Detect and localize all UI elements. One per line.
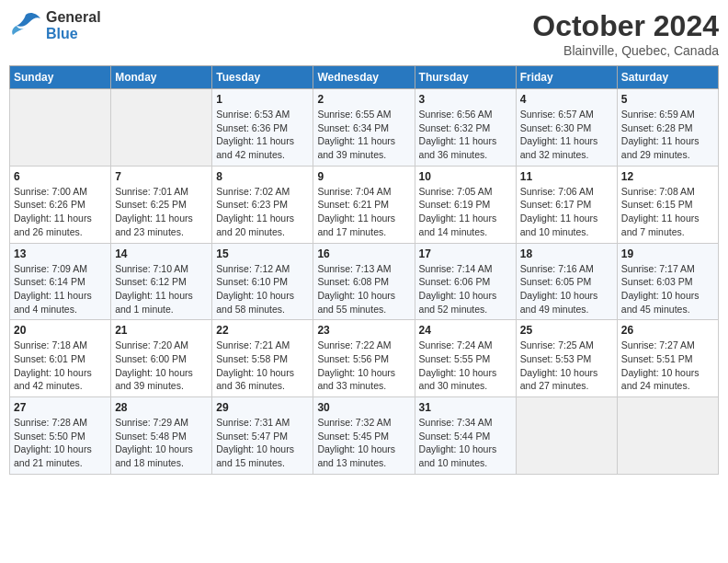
calendar-title-area: October 2024 Blainville, Quebec, Canada [532, 9, 719, 58]
calendar-cell: 7Sunrise: 7:01 AMSunset: 6:25 PMDaylight… [111, 166, 212, 243]
calendar-cell: 26Sunrise: 7:27 AMSunset: 5:51 PMDayligh… [617, 320, 718, 397]
calendar-cell: 5Sunrise: 6:59 AMSunset: 6:28 PMDaylight… [617, 89, 718, 167]
calendar-cell: 24Sunrise: 7:24 AMSunset: 5:55 PMDayligh… [415, 320, 516, 397]
day-number: 14 [115, 247, 208, 260]
calendar-cell: 6Sunrise: 7:00 AMSunset: 6:26 PMDaylight… [10, 166, 111, 243]
day-number: 25 [520, 324, 613, 337]
calendar-cell: 25Sunrise: 7:25 AMSunset: 5:53 PMDayligh… [516, 320, 617, 397]
weekday-header-thursday: Thursday [415, 66, 516, 89]
calendar-cell: 4Sunrise: 6:57 AMSunset: 6:30 PMDaylight… [516, 89, 617, 167]
day-info: Sunrise: 7:10 AMSunset: 6:12 PMDaylight:… [115, 262, 208, 316]
day-info: Sunrise: 7:18 AMSunset: 6:01 PMDaylight:… [14, 339, 107, 393]
day-number: 21 [115, 324, 208, 337]
calendar-cell: 16Sunrise: 7:13 AMSunset: 6:08 PMDayligh… [313, 243, 415, 320]
day-number: 3 [419, 93, 512, 106]
day-info: Sunrise: 7:28 AMSunset: 5:50 PMDaylight:… [14, 416, 107, 470]
weekday-header-friday: Friday [516, 66, 617, 89]
weekday-header-sunday: Sunday [10, 66, 111, 89]
day-info: Sunrise: 7:06 AMSunset: 6:17 PMDaylight:… [520, 185, 613, 239]
day-info: Sunrise: 7:01 AMSunset: 6:25 PMDaylight:… [115, 185, 208, 239]
location-subtitle: Blainville, Quebec, Canada [532, 43, 719, 58]
calendar-cell: 17Sunrise: 7:14 AMSunset: 6:06 PMDayligh… [415, 243, 516, 320]
day-info: Sunrise: 7:00 AMSunset: 6:26 PMDaylight:… [14, 185, 107, 239]
calendar-cell: 14Sunrise: 7:10 AMSunset: 6:12 PMDayligh… [111, 243, 212, 320]
day-number: 9 [317, 170, 410, 183]
day-number: 10 [419, 170, 512, 183]
calendar-cell: 20Sunrise: 7:18 AMSunset: 6:01 PMDayligh… [10, 320, 111, 397]
day-number: 4 [520, 93, 613, 106]
weekday-header-wednesday: Wednesday [313, 66, 415, 89]
weekday-header-tuesday: Tuesday [212, 66, 313, 89]
calendar-cell [516, 397, 617, 475]
day-info: Sunrise: 7:27 AMSunset: 5:51 PMDaylight:… [621, 339, 714, 393]
day-number: 12 [621, 170, 714, 183]
day-info: Sunrise: 7:17 AMSunset: 6:03 PMDaylight:… [621, 262, 714, 316]
calendar-week-row: 27Sunrise: 7:28 AMSunset: 5:50 PMDayligh… [10, 397, 719, 475]
day-number: 2 [317, 93, 410, 106]
day-info: Sunrise: 6:55 AMSunset: 6:34 PMDaylight:… [317, 108, 410, 162]
logo: General Blue [9, 9, 101, 42]
weekday-header-saturday: Saturday [617, 66, 718, 89]
calendar-cell: 22Sunrise: 7:21 AMSunset: 5:58 PMDayligh… [212, 320, 313, 397]
day-info: Sunrise: 7:29 AMSunset: 5:48 PMDaylight:… [115, 416, 208, 470]
calendar-week-row: 13Sunrise: 7:09 AMSunset: 6:14 PMDayligh… [10, 243, 719, 320]
day-number: 24 [419, 324, 512, 337]
logo-icon [9, 11, 42, 40]
day-info: Sunrise: 6:56 AMSunset: 6:32 PMDaylight:… [419, 108, 512, 162]
logo-text: General Blue [46, 9, 101, 42]
day-number: 17 [419, 247, 512, 260]
calendar-week-row: 20Sunrise: 7:18 AMSunset: 6:01 PMDayligh… [10, 320, 719, 397]
calendar-cell: 10Sunrise: 7:05 AMSunset: 6:19 PMDayligh… [415, 166, 516, 243]
day-info: Sunrise: 7:04 AMSunset: 6:21 PMDaylight:… [317, 185, 410, 239]
day-info: Sunrise: 7:13 AMSunset: 6:08 PMDaylight:… [317, 262, 410, 316]
day-info: Sunrise: 7:31 AMSunset: 5:47 PMDaylight:… [216, 416, 309, 470]
calendar-cell: 31Sunrise: 7:34 AMSunset: 5:44 PMDayligh… [415, 397, 516, 475]
calendar-cell: 28Sunrise: 7:29 AMSunset: 5:48 PMDayligh… [111, 397, 212, 475]
day-number: 27 [14, 401, 107, 414]
day-info: Sunrise: 7:21 AMSunset: 5:58 PMDaylight:… [216, 339, 309, 393]
calendar-cell: 9Sunrise: 7:04 AMSunset: 6:21 PMDaylight… [313, 166, 415, 243]
day-number: 31 [419, 401, 512, 414]
day-number: 20 [14, 324, 107, 337]
day-number: 28 [115, 401, 208, 414]
calendar-week-row: 6Sunrise: 7:00 AMSunset: 6:26 PMDaylight… [10, 166, 719, 243]
calendar-cell: 13Sunrise: 7:09 AMSunset: 6:14 PMDayligh… [10, 243, 111, 320]
calendar-cell: 19Sunrise: 7:17 AMSunset: 6:03 PMDayligh… [617, 243, 718, 320]
day-number: 22 [216, 324, 309, 337]
calendar-cell [111, 89, 212, 167]
day-number: 6 [14, 170, 107, 183]
weekday-header-row: SundayMondayTuesdayWednesdayThursdayFrid… [10, 66, 719, 89]
day-info: Sunrise: 6:57 AMSunset: 6:30 PMDaylight:… [520, 108, 613, 162]
calendar-cell: 8Sunrise: 7:02 AMSunset: 6:23 PMDaylight… [212, 166, 313, 243]
day-number: 26 [621, 324, 714, 337]
calendar-week-row: 1Sunrise: 6:53 AMSunset: 6:36 PMDaylight… [10, 89, 719, 167]
month-title: October 2024 [532, 9, 719, 43]
day-info: Sunrise: 7:09 AMSunset: 6:14 PMDaylight:… [14, 262, 107, 316]
day-info: Sunrise: 7:12 AMSunset: 6:10 PMDaylight:… [216, 262, 309, 316]
calendar-cell: 18Sunrise: 7:16 AMSunset: 6:05 PMDayligh… [516, 243, 617, 320]
day-info: Sunrise: 7:08 AMSunset: 6:15 PMDaylight:… [621, 185, 714, 239]
calendar-cell: 1Sunrise: 6:53 AMSunset: 6:36 PMDaylight… [212, 89, 313, 167]
day-number: 8 [216, 170, 309, 183]
day-info: Sunrise: 7:02 AMSunset: 6:23 PMDaylight:… [216, 185, 309, 239]
day-number: 13 [14, 247, 107, 260]
calendar-cell: 30Sunrise: 7:32 AMSunset: 5:45 PMDayligh… [313, 397, 415, 475]
day-number: 15 [216, 247, 309, 260]
calendar-cell: 27Sunrise: 7:28 AMSunset: 5:50 PMDayligh… [10, 397, 111, 475]
day-info: Sunrise: 7:14 AMSunset: 6:06 PMDaylight:… [419, 262, 512, 316]
day-number: 23 [317, 324, 410, 337]
weekday-header-monday: Monday [111, 66, 212, 89]
page-header: General Blue October 2024 Blainville, Qu… [9, 9, 719, 58]
calendar-cell: 23Sunrise: 7:22 AMSunset: 5:56 PMDayligh… [313, 320, 415, 397]
calendar-cell [10, 89, 111, 167]
day-number: 18 [520, 247, 613, 260]
day-number: 5 [621, 93, 714, 106]
day-number: 1 [216, 93, 309, 106]
calendar-cell: 12Sunrise: 7:08 AMSunset: 6:15 PMDayligh… [617, 166, 718, 243]
day-number: 29 [216, 401, 309, 414]
day-number: 30 [317, 401, 410, 414]
calendar-cell: 21Sunrise: 7:20 AMSunset: 6:00 PMDayligh… [111, 320, 212, 397]
day-number: 11 [520, 170, 613, 183]
calendar-cell: 2Sunrise: 6:55 AMSunset: 6:34 PMDaylight… [313, 89, 415, 167]
day-info: Sunrise: 7:22 AMSunset: 5:56 PMDaylight:… [317, 339, 410, 393]
